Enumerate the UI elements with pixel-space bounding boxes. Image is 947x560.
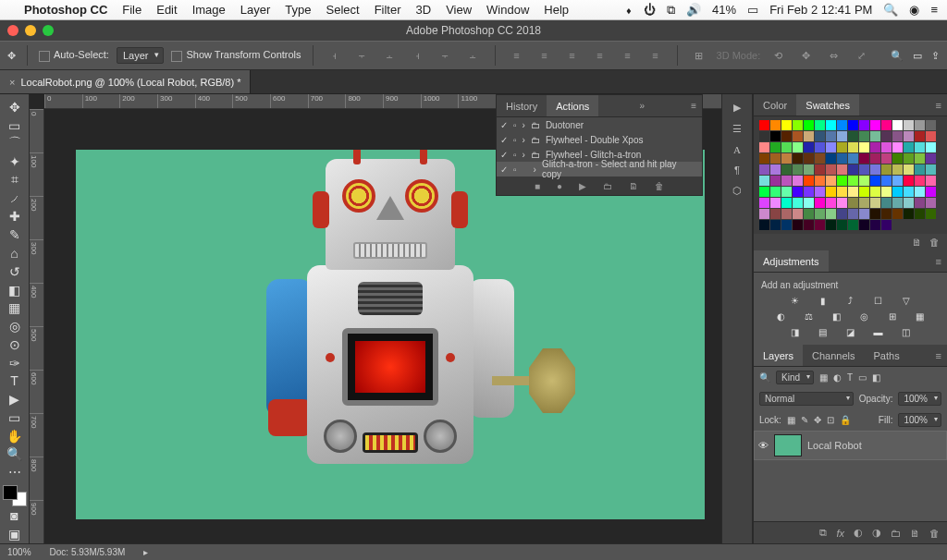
- type-tool[interactable]: T: [3, 371, 27, 390]
- distribute-left-icon[interactable]: ≡: [590, 45, 610, 66]
- swatch[interactable]: [804, 209, 814, 219]
- lock-all-icon[interactable]: 🔒: [840, 415, 851, 425]
- panel-menu-icon[interactable]: ≡: [930, 350, 947, 361]
- swatch[interactable]: [826, 176, 836, 186]
- lasso-tool[interactable]: ⌒: [3, 135, 27, 153]
- swatch[interactable]: [781, 187, 792, 197]
- swatch[interactable]: [848, 120, 858, 130]
- swatch[interactable]: [815, 153, 825, 164]
- swatch[interactable]: [881, 131, 892, 141]
- swatch[interactable]: [815, 209, 825, 219]
- lock-pixel-icon[interactable]: ✎: [801, 415, 808, 425]
- swatch[interactable]: [859, 176, 869, 186]
- action-item[interactable]: ✓▫›Glitch-a-tron - Select and hit play c…: [497, 162, 702, 177]
- swatch[interactable]: [870, 209, 880, 219]
- swatch[interactable]: [804, 164, 814, 175]
- stamp-tool[interactable]: ⌂: [3, 244, 27, 262]
- swatch[interactable]: [837, 120, 847, 130]
- swatch[interactable]: [793, 142, 803, 152]
- distribute-vcenter-icon[interactable]: ≡: [535, 45, 555, 66]
- swatch[interactable]: [793, 220, 803, 230]
- menu-filter[interactable]: Filter: [375, 3, 401, 17]
- blur-tool[interactable]: ◎: [3, 317, 27, 335]
- workspace-icon[interactable]: ▭: [913, 50, 922, 62]
- lock-trans-icon[interactable]: ▦: [787, 415, 795, 425]
- swatch[interactable]: [926, 131, 936, 141]
- lock-pos-icon[interactable]: ✥: [814, 415, 821, 425]
- swatch[interactable]: [915, 209, 925, 219]
- align-hcenter-icon[interactable]: ⫟: [352, 45, 373, 66]
- swatch[interactable]: [904, 198, 914, 208]
- color-tab[interactable]: Color: [754, 94, 796, 116]
- swatch[interactable]: [848, 198, 858, 208]
- swatch[interactable]: [781, 131, 792, 141]
- new-set-icon[interactable]: 🗀: [603, 181, 612, 191]
- swatch[interactable]: [926, 164, 936, 175]
- swatch[interactable]: [793, 164, 803, 175]
- swatch[interactable]: [826, 198, 836, 208]
- swatch[interactable]: [848, 142, 858, 152]
- swatch[interactable]: [770, 220, 781, 230]
- doc-info-arrow-icon[interactable]: ▸: [143, 547, 148, 557]
- visibility-icon[interactable]: 👁: [758, 440, 769, 451]
- dialog-icon[interactable]: ▫: [513, 120, 517, 130]
- swatch[interactable]: [770, 209, 781, 219]
- zoom-tool[interactable]: 🔍: [3, 445, 27, 464]
- minimize-window-button[interactable]: [25, 25, 36, 36]
- path-select-tool[interactable]: ▶: [3, 390, 27, 408]
- layer-thumbnail[interactable]: [774, 434, 802, 457]
- share-icon[interactable]: ⇪: [931, 50, 940, 62]
- swatch[interactable]: [926, 176, 936, 186]
- swatch[interactable]: [892, 187, 903, 197]
- link-layers-icon[interactable]: ⧉: [819, 527, 827, 539]
- swatch[interactable]: [781, 120, 792, 130]
- shape-tool[interactable]: ▭: [3, 408, 27, 427]
- clock[interactable]: Fri Feb 2 12:41 PM: [769, 3, 872, 17]
- swatch[interactable]: [793, 153, 803, 164]
- crop-tool[interactable]: ⌗: [3, 171, 27, 189]
- distribute-right-icon[interactable]: ≡: [646, 45, 666, 66]
- delete-swatch-icon[interactable]: 🗑: [929, 237, 940, 248]
- swatch[interactable]: [904, 153, 914, 164]
- swatch[interactable]: [915, 131, 925, 141]
- swatch[interactable]: [837, 220, 847, 230]
- paths-tab[interactable]: Paths: [865, 345, 909, 366]
- swatch[interactable]: [815, 120, 825, 130]
- document-tab[interactable]: × LocalRobot.png @ 100% (Local Robot, RG…: [0, 70, 251, 93]
- distribute-hcenter-icon[interactable]: ≡: [618, 45, 638, 66]
- swatch[interactable]: [892, 209, 903, 219]
- swatch[interactable]: [859, 198, 869, 208]
- align-left-icon[interactable]: ⫞: [325, 45, 345, 66]
- auto-select-checkbox[interactable]: Auto-Select:: [39, 49, 109, 61]
- swatch[interactable]: [837, 153, 847, 164]
- ruler-vertical[interactable]: 0100200300400500600700800900: [30, 109, 44, 543]
- opacity-field[interactable]: 100%: [898, 392, 941, 406]
- swatch[interactable]: [904, 176, 914, 186]
- selective-icon[interactable]: ◫: [898, 327, 915, 337]
- zoom-window-button[interactable]: [43, 25, 54, 36]
- swatch[interactable]: [904, 120, 914, 130]
- swatch[interactable]: [770, 198, 781, 208]
- menu-image[interactable]: Image: [192, 3, 226, 17]
- actions-dock-icon[interactable]: ▶: [733, 102, 741, 114]
- swatch[interactable]: [881, 142, 892, 152]
- menu-help[interactable]: Help: [544, 3, 569, 17]
- app-name[interactable]: Photoshop CC: [24, 3, 107, 17]
- filter-smart-icon[interactable]: ◧: [872, 372, 880, 383]
- menu-view[interactable]: View: [446, 3, 472, 17]
- actions-panel[interactable]: History Actions » ≡ ✓▫›🗀Duotoner✓▫›🗀Flyw…: [496, 94, 703, 196]
- swatch[interactable]: [826, 187, 836, 197]
- layer-row[interactable]: 👁 Local Robot: [754, 431, 947, 460]
- swatch[interactable]: [904, 131, 914, 141]
- swatch[interactable]: [826, 131, 836, 141]
- menu-layer[interactable]: Layer: [240, 3, 271, 17]
- filter-kind-dropdown[interactable]: Kind: [776, 371, 814, 384]
- swatch[interactable]: [759, 164, 769, 175]
- transform-controls-checkbox[interactable]: Show Transform Controls: [171, 49, 301, 61]
- swatch[interactable]: [859, 220, 869, 230]
- swatch[interactable]: [892, 131, 903, 141]
- actions-tab[interactable]: Actions: [547, 95, 598, 116]
- swatch[interactable]: [859, 209, 869, 219]
- hue-icon[interactable]: ◐: [773, 311, 790, 322]
- swatch[interactable]: [870, 142, 880, 152]
